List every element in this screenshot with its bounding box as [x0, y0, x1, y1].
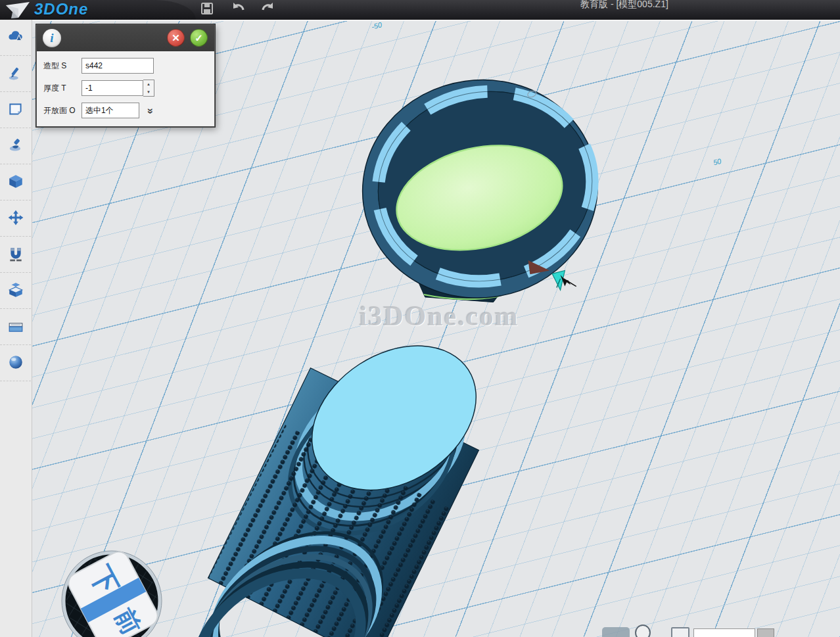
toolbar-sketch-plane-button[interactable]: [0, 92, 31, 128]
plane-icon: [7, 101, 25, 120]
toolbar-deform-button[interactable]: [0, 128, 31, 164]
left-toolbar: [0, 20, 32, 637]
confirm-button[interactable]: ✓: [190, 29, 208, 47]
redo-button[interactable]: [258, 0, 277, 16]
model-flashlight-body[interactable]: [170, 316, 503, 637]
bottom-search-input[interactable]: [693, 628, 755, 637]
shape-field-label: 造型 S: [43, 60, 82, 72]
toolbar-section-button[interactable]: [0, 309, 31, 345]
dialog-header: i ✕ ✓: [37, 25, 214, 51]
putty-knife-icon: [7, 137, 25, 156]
undo-button[interactable]: [229, 0, 248, 16]
stacked-cubes-icon: [7, 281, 25, 300]
shell-command-dialog: i ✕ ✓ 造型 S 厚度 T ▲▼ 开放面 O »: [36, 24, 215, 127]
app-brand: 3DOne: [34, 0, 88, 18]
viewcube[interactable]: 下 前: [60, 550, 169, 637]
bottom-printer-icon[interactable]: [671, 627, 689, 637]
magnet-icon: [7, 245, 25, 264]
thickness-input[interactable]: [82, 80, 143, 96]
cube-icon: [7, 173, 25, 192]
toolbar-primitive-button[interactable]: [0, 164, 31, 201]
open-face-field-label: 开放面 O: [43, 105, 82, 116]
thickness-spinner: ▲▼: [143, 80, 154, 97]
info-icon: i: [43, 29, 61, 47]
open-face-input[interactable]: [82, 103, 139, 118]
field-row-open-face: 开放面 O »: [43, 103, 208, 118]
bottom-tool-icon[interactable]: [602, 627, 630, 637]
chevron-expand-icon[interactable]: »: [144, 105, 157, 117]
window-title: 教育版 - [模型005.Z1]: [580, 0, 668, 11]
toolbar-combine-button[interactable]: [0, 273, 31, 309]
toolbar-sketch-button[interactable]: [0, 56, 31, 92]
spinner-down-button[interactable]: ▼: [143, 88, 154, 96]
sphere-icon: [7, 354, 25, 373]
save-button[interactable]: [197, 0, 217, 16]
section-bar-icon: [7, 318, 25, 337]
toolbar-move-button[interactable]: [0, 201, 31, 237]
watermark: i3DOne.com: [255, 300, 623, 332]
cancel-button[interactable]: ✕: [167, 29, 185, 47]
toolbar-model-library-button[interactable]: [0, 20, 31, 56]
model-cap[interactable]: [348, 65, 612, 314]
bottom-search-button[interactable]: [757, 628, 774, 637]
toolbar-render-button[interactable]: [0, 345, 31, 381]
shape-input[interactable]: [82, 58, 154, 74]
spinner-up-button[interactable]: ▲: [143, 80, 154, 88]
pencil-sketch-icon: [7, 64, 25, 83]
viewport-canvas[interactable]: -50 50 i3DOne.com i ✕ ✓ 造型 S 厚度 T ▲▼ 开放面…: [32, 20, 840, 637]
app-logo-icon: [4, 1, 32, 20]
toolbar-magnet-button[interactable]: [0, 237, 31, 273]
field-row-thickness: 厚度 T ▲▼: [43, 80, 208, 97]
titlebar: 3DOne 教育版 - [模型005.Z1]: [0, 0, 840, 20]
field-row-shape: 造型 S: [43, 58, 208, 74]
move-arrows-icon: [7, 209, 25, 228]
dialog-body: 造型 S 厚度 T ▲▼ 开放面 O »: [37, 51, 214, 126]
cloud-library-icon: [7, 28, 25, 47]
thickness-field-label: 厚度 T: [43, 83, 82, 94]
bottom-circle-icon[interactable]: [635, 625, 651, 637]
